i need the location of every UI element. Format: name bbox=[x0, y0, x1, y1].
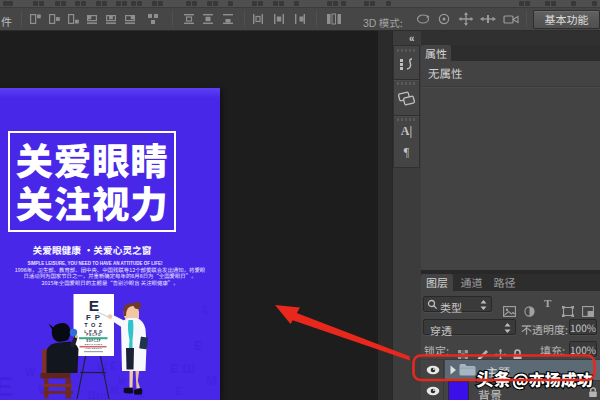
divider bbox=[526, 11, 527, 27]
patient-figure bbox=[41, 323, 79, 398]
layer-name[interactable]: 背景 bbox=[478, 386, 502, 400]
visibility-cell[interactable] bbox=[421, 360, 444, 381]
auto-align-icon[interactable] bbox=[146, 12, 160, 26]
expand-group-icon[interactable] bbox=[449, 365, 457, 375]
align-left-edges-icon[interactable] bbox=[28, 12, 42, 26]
blend-mode-dropdown[interactable]: 穿透 bbox=[423, 319, 516, 335]
svg-text:W: W bbox=[25, 366, 36, 378]
lock-position-icon[interactable] bbox=[494, 342, 507, 354]
align-top-edges-icon[interactable] bbox=[85, 12, 99, 26]
menu-bar-partial-glyph bbox=[571, 1, 576, 6]
menu-bar-partial-glyph bbox=[55, 1, 60, 6]
svg-text:Ш E Ш: Ш E Ш bbox=[97, 361, 129, 372]
workspace-switcher-button[interactable]: 基本功能 bbox=[533, 10, 600, 29]
align-right-edges-icon[interactable] bbox=[66, 12, 80, 26]
easel-stand bbox=[77, 354, 109, 399]
svg-text:Ш: Ш bbox=[88, 389, 99, 400]
poster-body-line3: 2015年全国爱眼日的主题是“告别沙眼盲 关注眼健康”。 bbox=[2, 280, 218, 286]
swatches-panel-icon[interactable] bbox=[397, 88, 416, 106]
eye-icon[interactable] bbox=[426, 386, 440, 396]
gripper[interactable] bbox=[397, 118, 416, 121]
opacity-value[interactable]: 100% bbox=[569, 319, 597, 335]
menu-bar-partial-glyph bbox=[186, 1, 191, 6]
filter-image-icon[interactable] bbox=[503, 298, 516, 309]
3d-slide-icon[interactable] bbox=[479, 12, 493, 26]
poster-top-glow bbox=[0, 88, 220, 98]
layer-row-background[interactable]: 背景 bbox=[421, 381, 600, 400]
svg-text:E Ш: E Ш bbox=[170, 361, 195, 376]
layer-row-body[interactable]: 背景 bbox=[445, 381, 600, 400]
poster-title-line2: 关注视力 bbox=[8, 181, 176, 224]
filter-shape-icon[interactable] bbox=[562, 298, 574, 309]
tab-paths[interactable]: 路径 bbox=[489, 274, 520, 291]
layer-filter-dropdown[interactable]: 类型 bbox=[423, 296, 492, 312]
tab-layers[interactable]: 图层 bbox=[421, 274, 453, 291]
eye-icon[interactable] bbox=[426, 365, 440, 375]
layers-panel: 类型 T 穿透 不透明度: 100% 锁定: 填充: 100% bbox=[421, 291, 600, 400]
distribute-vertical-centers-icon[interactable] bbox=[201, 12, 215, 26]
align-horizontal-centers-icon[interactable] bbox=[47, 12, 61, 26]
updown-icon bbox=[504, 323, 511, 333]
distribute-left-icon[interactable] bbox=[251, 12, 265, 26]
poster-document[interactable]: 关爱眼睛 关注视力 关爱眼健康 ·关爱心灵之窗 SIMPLE LEISURE, … bbox=[0, 88, 220, 400]
divider bbox=[21, 11, 22, 27]
align-vertical-centers-icon[interactable] bbox=[104, 12, 118, 26]
poster-subtitle: 关爱眼健康 ·关爱心灵之窗 bbox=[0, 243, 184, 257]
collapse-panels-icon[interactable]: « bbox=[409, 33, 422, 43]
filter-adjustment-icon[interactable] bbox=[524, 298, 535, 309]
menu-bar-partial-glyph bbox=[75, 1, 80, 6]
visibility-cell[interactable] bbox=[421, 381, 444, 400]
align-bottom-edges-icon[interactable] bbox=[123, 12, 137, 26]
photoshop-window: 件 3D 模式: 基本功能 关爱眼睛 bbox=[0, 0, 600, 400]
svg-text:F P: F P bbox=[86, 313, 101, 322]
3d-rotate-icon[interactable] bbox=[415, 12, 429, 26]
menu-bar-partial-glyph bbox=[327, 1, 332, 6]
lock-label: 锁定: bbox=[424, 342, 449, 358]
menu-bar-partial-glyph bbox=[370, 1, 375, 6]
distribute-top-icon[interactable] bbox=[182, 12, 196, 26]
blend-mode-value: 穿透 bbox=[430, 322, 452, 338]
paragraph-panel-icon[interactable]: ¶ bbox=[397, 145, 416, 163]
menu-bar-partial bbox=[0, 0, 600, 7]
menu-bar-partial-glyph bbox=[273, 1, 278, 6]
3d-drag-icon[interactable] bbox=[458, 12, 472, 26]
character-panel-icon[interactable]: A| bbox=[397, 124, 416, 142]
tab-channels[interactable]: 通道 bbox=[456, 274, 487, 291]
menu-bar-partial-glyph bbox=[364, 1, 369, 6]
menu-bar-partial-glyph bbox=[545, 1, 550, 6]
layer-row-body[interactable]: 主题 bbox=[445, 360, 600, 381]
divider bbox=[316, 11, 317, 27]
fill-value[interactable]: 100% bbox=[569, 341, 597, 357]
filter-smart-object-icon[interactable] bbox=[582, 298, 594, 309]
menu-bar-partial-glyph bbox=[122, 1, 127, 6]
menu-bar-partial-glyph bbox=[158, 1, 163, 6]
lock-all-icon[interactable] bbox=[512, 342, 525, 354]
lock-transparency-icon[interactable] bbox=[457, 342, 470, 354]
3d-roll-icon[interactable] bbox=[436, 12, 450, 26]
menu-bar-partial-glyph bbox=[137, 1, 142, 6]
svg-text:P E C F D: P E C F D bbox=[86, 333, 101, 337]
distribute-bottom-icon[interactable] bbox=[221, 12, 235, 26]
layer-row-theme[interactable]: 主题 bbox=[421, 360, 600, 381]
layers-tabbar: 图层 通道 路径 bbox=[421, 274, 600, 291]
gripper[interactable] bbox=[397, 82, 416, 85]
menu-bar-partial-glyph bbox=[386, 1, 391, 6]
filter-type-icon[interactable]: T bbox=[544, 297, 554, 309]
menu-bar-partial-glyph bbox=[341, 1, 346, 6]
layer-thumbnail[interactable] bbox=[449, 382, 468, 400]
svg-text:M: M bbox=[206, 373, 217, 388]
menu-bar-partial-glyph bbox=[551, 1, 556, 6]
3d-scale-icon[interactable] bbox=[502, 12, 516, 26]
lock-pixels-icon[interactable] bbox=[476, 342, 489, 354]
distribute-widths-icon[interactable] bbox=[326, 12, 340, 26]
layer-name[interactable]: 主题 bbox=[486, 363, 510, 380]
gripper[interactable] bbox=[397, 49, 416, 52]
tab-properties[interactable]: 属性 bbox=[421, 45, 451, 61]
distribute-right-icon[interactable] bbox=[293, 12, 307, 26]
poster-title: 关爱眼睛 关注视力 bbox=[8, 138, 176, 223]
group-folder-icon bbox=[459, 363, 476, 376]
menu-bar-partial-glyph bbox=[131, 1, 136, 6]
distribute-horizontal-centers-icon[interactable] bbox=[272, 12, 286, 26]
info-panel-icon[interactable] bbox=[397, 54, 416, 72]
divider bbox=[394, 79, 419, 80]
